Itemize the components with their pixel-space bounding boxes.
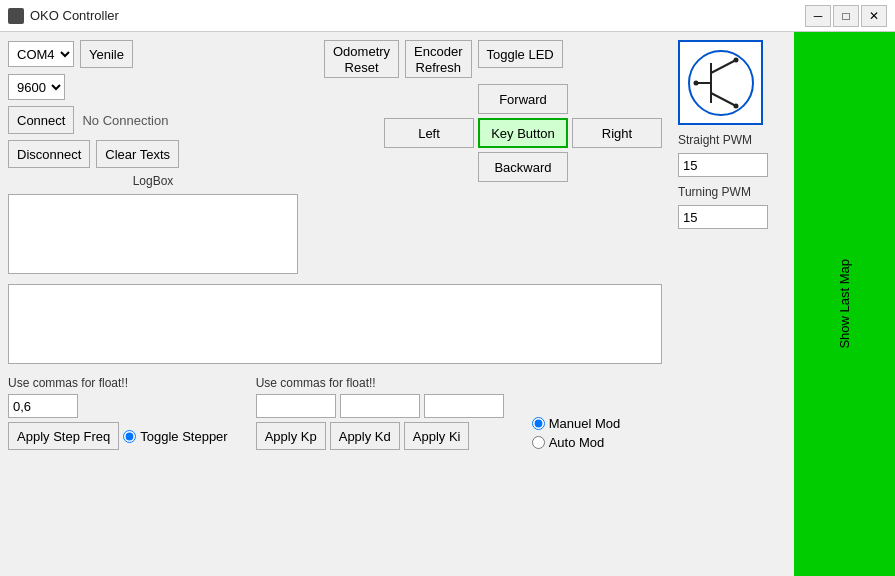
direction-pad: Forward Left Key Button Right Backward [384, 84, 662, 182]
manuel-mod-row: Manuel Mod [532, 416, 621, 431]
straight-pwm-input[interactable] [678, 153, 768, 177]
toggle-stepper-row: Apply Step Freq Toggle Stepper [8, 422, 228, 450]
turning-pwm-input[interactable] [678, 205, 768, 229]
toggle-stepper-radio[interactable] [123, 430, 136, 443]
left-panel: COM4 Yenile 9600 Connect No Connection D… [0, 32, 670, 576]
top-section: COM4 Yenile 9600 Connect No Connection D… [8, 40, 662, 274]
baud-row: 9600 [8, 74, 298, 100]
clear-texts-button[interactable]: Clear Texts [96, 140, 179, 168]
show-last-map-label: Show Last Map [837, 259, 852, 349]
key-button[interactable]: Key Button [478, 118, 568, 148]
bottom-textarea [8, 284, 662, 364]
left-button[interactable]: Left [384, 118, 474, 148]
direction-middle-row: Left Key Button Right [384, 118, 662, 148]
step-freq-input[interactable] [8, 394, 78, 418]
logbox-label: LogBox [8, 174, 298, 188]
bottom-left: Use commas for float!! Apply Step Freq T… [8, 376, 228, 450]
connection-status: No Connection [82, 113, 168, 128]
apply-kp-button[interactable]: Apply Kp [256, 422, 326, 450]
right-panel: Straight PWM Turning PWM [670, 32, 794, 576]
apply-ki-button[interactable]: Apply Ki [404, 422, 470, 450]
yenile-button[interactable]: Yenile [80, 40, 133, 68]
window-title: OKO Controller [30, 8, 119, 23]
pid-inputs [256, 394, 504, 418]
green-panel[interactable]: Show Last Map [794, 32, 895, 576]
forward-button[interactable]: Forward [478, 84, 568, 114]
apply-kd-button[interactable]: Apply Kd [330, 422, 400, 450]
straight-pwm-label: Straight PWM [678, 133, 786, 147]
bottom-right: Use commas for float!! Apply Kp Apply Kd… [256, 376, 504, 450]
com-select[interactable]: COM4 [8, 41, 74, 67]
main-content: COM4 Yenile 9600 Connect No Connection D… [0, 32, 895, 576]
disconnect-button[interactable]: Disconnect [8, 140, 90, 168]
top-left: COM4 Yenile 9600 Connect No Connection D… [8, 40, 298, 274]
transistor-svg [686, 48, 756, 118]
pid-kp-input[interactable] [256, 394, 336, 418]
connect-button[interactable]: Connect [8, 106, 74, 134]
auto-mod-radio[interactable] [532, 436, 545, 449]
pid-buttons: Apply Kp Apply Kd Apply Ki [256, 422, 504, 450]
odometry-reset-button[interactable]: Odometry Reset [324, 40, 399, 78]
title-bar: OKO Controller ─ □ ✕ [0, 0, 895, 32]
disconnect-clear-row: Disconnect Clear Texts [8, 140, 298, 168]
backward-button[interactable]: Backward [478, 152, 568, 182]
top-buttons-row: Odometry Reset Encoder Refresh Toggle LE… [324, 40, 662, 78]
logbox-area [8, 194, 298, 274]
auto-mod-label: Auto Mod [549, 435, 605, 450]
pid-kd-input[interactable] [340, 394, 420, 418]
turning-pwm-label: Turning PWM [678, 185, 786, 199]
svg-point-5 [733, 57, 738, 62]
title-bar-controls: ─ □ ✕ [805, 5, 887, 27]
step-freq-row [8, 394, 228, 418]
baud-select[interactable]: 9600 [8, 74, 65, 100]
encoder-refresh-button[interactable]: Encoder Refresh [405, 40, 471, 78]
manuel-mod-label: Manuel Mod [549, 416, 621, 431]
bottom-controls: Use commas for float!! Apply Step Freq T… [8, 376, 662, 450]
auto-mod-row: Auto Mod [532, 435, 621, 450]
app-icon [8, 8, 24, 24]
minimize-button[interactable]: ─ [805, 5, 831, 27]
com-row: COM4 Yenile [8, 40, 298, 68]
toggle-stepper-label: Toggle Stepper [140, 429, 227, 444]
radio-group: Manuel Mod Auto Mod [532, 416, 621, 450]
maximize-button[interactable]: □ [833, 5, 859, 27]
top-middle: Odometry Reset Encoder Refresh Toggle LE… [324, 40, 662, 182]
right-button[interactable]: Right [572, 118, 662, 148]
close-button[interactable]: ✕ [861, 5, 887, 27]
toggle-led-button[interactable]: Toggle LED [478, 40, 563, 68]
manuel-mod-radio[interactable] [532, 417, 545, 430]
use-commas-label-2: Use commas for float!! [256, 376, 504, 390]
svg-point-6 [733, 103, 738, 108]
title-bar-left: OKO Controller [8, 8, 119, 24]
transistor-icon [678, 40, 763, 125]
pid-ki-input[interactable] [424, 394, 504, 418]
svg-point-7 [693, 80, 698, 85]
use-commas-label-1: Use commas for float!! [8, 376, 228, 390]
connection-row: Connect No Connection [8, 106, 298, 134]
apply-step-freq-button[interactable]: Apply Step Freq [8, 422, 119, 450]
